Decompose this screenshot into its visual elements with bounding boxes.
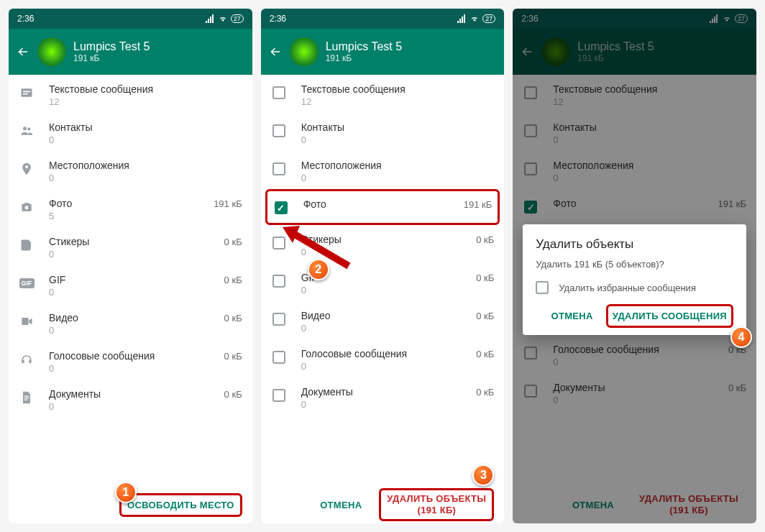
checkbox-location[interactable] <box>272 162 285 175</box>
row-label: Видео <box>301 310 331 321</box>
svg-point-5 <box>25 206 29 209</box>
status-indicators: 27 <box>457 14 495 23</box>
row-count: 0 <box>49 325 242 336</box>
document-icon <box>19 390 35 405</box>
checkbox-gif[interactable] <box>272 275 285 288</box>
phone-screen-2: 2:36 27 Lumpics Test 5 191 кБ Текстовые … <box>261 9 505 523</box>
delete-objects-button[interactable]: УДАЛИТЬ ОБЪЕКТЫ (191 КБ) <box>379 488 494 520</box>
app-bar: Lumpics Test 5 191 кБ <box>9 29 252 75</box>
row-label: GIF <box>49 274 65 285</box>
row-text[interactable]: Текстовые сообщения12 <box>9 75 252 113</box>
row-contacts[interactable]: Контакты0 <box>261 113 505 151</box>
contact-name: Lumpics Test 5 <box>326 40 402 53</box>
checkbox-delete-starred[interactable] <box>536 281 549 294</box>
row-size: 0 кБ <box>224 275 242 285</box>
row-count: 0 <box>301 173 495 183</box>
row-label: Стикеры <box>49 236 89 247</box>
row-location[interactable]: Местоположения0 <box>9 151 252 189</box>
back-button[interactable] <box>16 45 30 59</box>
checkbox-text[interactable] <box>272 86 285 99</box>
row-docs[interactable]: Документы0 кБ0 <box>9 380 252 418</box>
dialog-starred-label: Удалить избранные сообщения <box>559 283 696 293</box>
video-icon <box>19 313 35 329</box>
row-text[interactable]: Текстовые сообщения12 <box>261 75 505 113</box>
row-voice[interactable]: Голосовые сообщения0 кБ0 <box>261 339 505 377</box>
checkbox-video[interactable] <box>272 313 285 326</box>
headphones-icon <box>19 352 35 367</box>
signal-icon <box>205 14 215 23</box>
svg-point-3 <box>23 127 27 130</box>
status-time: 2:36 <box>17 14 34 24</box>
stickers-icon <box>19 237 35 253</box>
dialog-cancel-button[interactable]: ОТМЕНА <box>551 311 593 321</box>
status-time: 2:36 <box>270 14 286 24</box>
row-label: Фото <box>303 198 326 210</box>
checkbox-docs[interactable] <box>272 389 285 402</box>
row-docs[interactable]: Документы0 кБ0 <box>261 377 505 416</box>
row-label: Контакты <box>301 121 344 133</box>
row-size: 191 кБ <box>464 199 493 210</box>
svg-rect-2 <box>23 93 28 95</box>
back-button[interactable] <box>268 45 283 59</box>
row-label: Фото <box>49 198 72 209</box>
avatar[interactable] <box>290 37 319 66</box>
checkbox-contacts[interactable] <box>272 124 285 137</box>
row-video[interactable]: Видео0 кБ0 <box>9 303 252 341</box>
dialog-title: Удалить объекты <box>536 237 733 252</box>
storage-list-selectable: Текстовые сообщения12 Контакты0 Местопол… <box>261 75 505 486</box>
row-count: 0 <box>301 323 495 334</box>
row-count: 0 <box>301 399 495 410</box>
photo-icon <box>19 199 35 215</box>
row-size: 0 кБ <box>476 272 494 283</box>
row-video[interactable]: Видео0 кБ0 <box>261 301 505 339</box>
battery-icon: 27 <box>231 14 244 23</box>
row-photo-highlighted[interactable]: Фото191 кБ <box>265 189 500 225</box>
cancel-button[interactable]: ОТМЕНА <box>320 500 362 510</box>
status-indicators: 27 <box>205 14 244 23</box>
dialog-confirm-button[interactable]: УДАЛИТЬ СООБЩЕНИЯ <box>606 304 733 328</box>
row-size: 0 кБ <box>224 351 242 362</box>
checkbox-voice[interactable] <box>272 351 285 364</box>
row-count: 0 <box>49 173 242 183</box>
row-size: 191 кБ <box>214 198 242 209</box>
contact-name: Lumpics Test 5 <box>73 40 150 53</box>
step-badge-1: 1 <box>115 482 137 503</box>
row-location[interactable]: Местоположения0 <box>261 151 505 189</box>
row-size: 0 кБ <box>476 387 494 398</box>
row-stickers[interactable]: Стикеры0 кБ0 <box>9 227 252 265</box>
app-bar: Lumpics Test 5 191 кБ <box>261 29 505 75</box>
checkbox-photo[interactable] <box>275 201 288 214</box>
row-voice[interactable]: Голосовые сообщения0 кБ0 <box>9 341 252 380</box>
row-size: 0 кБ <box>476 234 494 245</box>
row-label: Документы <box>49 388 101 400</box>
row-count: 0 <box>301 285 495 295</box>
row-count: 0 <box>49 401 242 412</box>
row-size: 0 кБ <box>224 389 242 400</box>
text-icon <box>19 85 35 101</box>
row-count: 12 <box>301 96 495 107</box>
row-size: 0 кБ <box>476 349 494 359</box>
row-gif[interactable]: GIF GIF0 кБ0 <box>9 265 252 303</box>
wifi-icon <box>218 14 228 23</box>
title-box: Lumpics Test 5 191 кБ <box>326 40 402 63</box>
row-label: Местоположения <box>49 160 129 171</box>
svg-rect-0 <box>22 88 32 97</box>
dialog-starred-row[interactable]: Удалить избранные сообщения <box>536 281 733 294</box>
svg-rect-6 <box>24 396 29 397</box>
free-space-button[interactable]: ОСВОБОДИТЬ МЕСТО <box>119 493 242 517</box>
step-badge-2: 2 <box>308 259 329 280</box>
row-contacts[interactable]: Контакты0 <box>9 113 252 151</box>
svg-rect-7 <box>24 398 29 398</box>
signal-icon <box>457 14 467 23</box>
status-bar: 2:36 27 <box>9 9 252 29</box>
dialog-actions: ОТМЕНА УДАЛИТЬ СООБЩЕНИЯ <box>536 304 733 328</box>
row-label: Местоположения <box>301 160 382 171</box>
avatar[interactable] <box>37 37 66 66</box>
row-photo[interactable]: Фото191 кБ5 <box>9 189 252 227</box>
svg-rect-8 <box>24 400 27 400</box>
step-badge-4: 4 <box>730 326 752 348</box>
contact-size: 191 кБ <box>326 53 402 63</box>
row-count: 0 <box>49 363 242 374</box>
row-size: 0 кБ <box>224 237 242 247</box>
battery-icon: 27 <box>482 14 495 23</box>
